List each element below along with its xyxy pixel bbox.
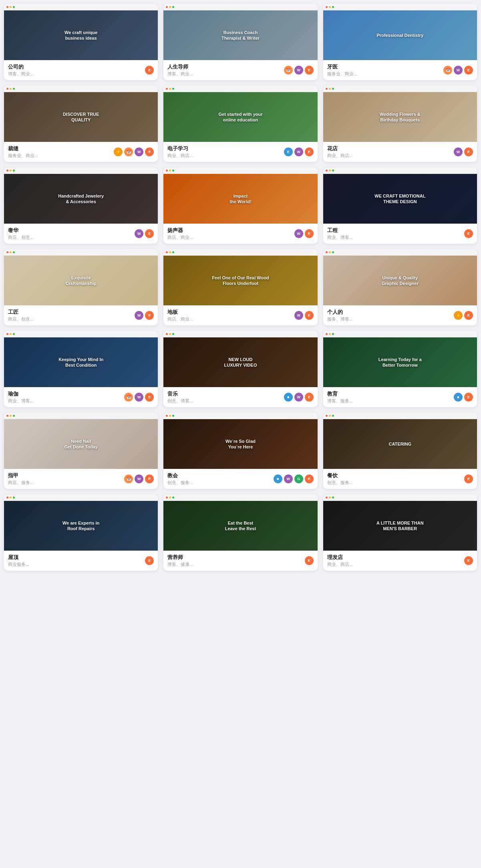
card-tailoring[interactable]: DISCOVER TRUEQUALITY 裁缝 服务业、商业... ⚡📅WE	[4, 86, 158, 162]
card-personal[interactable]: Unique & QualityGraphic Designer 个人的 服务、…	[323, 249, 477, 325]
badge-orange-E[interactable]: E	[145, 474, 154, 483]
badge-blue-sq[interactable]: ■	[284, 393, 293, 402]
badge-orange-E[interactable]: E	[145, 66, 154, 75]
badge-orange-E[interactable]: E	[464, 147, 473, 156]
badge-orange-E[interactable]: E	[464, 393, 473, 402]
card-badges: E	[305, 556, 314, 565]
badge-purple-woo[interactable]: W	[135, 474, 143, 483]
card-dentist[interactable]: Professional Dentistry 牙医 服务业、商业... 📅WE	[323, 4, 477, 80]
card-life-coach[interactable]: Business CoachTherapist & Writer 人生导师 博客…	[163, 4, 317, 80]
card-meta: 教会 创意、服务...	[167, 472, 193, 486]
badge-orange-E[interactable]: E	[464, 556, 473, 565]
card-flower[interactable]: Wedding Flowers &Birthday Bouquets 花店 商业…	[323, 86, 477, 162]
card-title: 教会	[167, 472, 193, 479]
badge-purple-woo[interactable]: W	[135, 229, 143, 238]
badge-yellow-bolt[interactable]: ⚡	[454, 311, 463, 320]
card-meta: 指甲 商店、服务...	[8, 472, 34, 486]
card-meta: 扬声器 商店、商业...	[167, 227, 193, 240]
dot-yellow	[169, 333, 171, 335]
card-speaker[interactable]: Impactthe World! 扬声器 商店、商业... WE	[163, 168, 317, 244]
badge-purple-woo[interactable]: W	[294, 147, 303, 156]
badge-orange-E[interactable]: E	[145, 147, 154, 156]
thumb-image: Eat the BestLeave the Rest	[163, 501, 317, 551]
card-engineering[interactable]: WE CRAFT EMOTIONALTHEME DESIGN 工程 商业、博客.…	[323, 168, 477, 244]
dot-green	[172, 415, 174, 417]
browser-chrome	[4, 4, 158, 10]
badge-purple-woo[interactable]: W	[294, 66, 303, 75]
badge-orange-E[interactable]: E	[145, 311, 154, 320]
card-elearning[interactable]: Get started with youronline education 电子…	[163, 86, 317, 162]
badge-purple-woo[interactable]: W	[454, 147, 463, 156]
card-music[interactable]: NEW LOUDLUXURY VIDEO 音乐 创意、博客... ■WE	[163, 331, 317, 407]
badge-green-G[interactable]: G	[294, 474, 303, 483]
card-badges: E	[464, 556, 473, 565]
badge-orange-E[interactable]: E	[305, 229, 314, 238]
card-roofing[interactable]: We are Experts inRoof Repairs 屋顶 商业服务...…	[4, 495, 158, 571]
card-thumbnail: Eat the BestLeave the Rest	[163, 495, 317, 551]
badge-purple-woo[interactable]: W	[135, 147, 143, 156]
badge-orange-E[interactable]: E	[305, 474, 314, 483]
badge-yellow-bolt[interactable]: ⚡	[114, 147, 123, 156]
card-title: 人生导师	[167, 63, 193, 71]
thumb-text: We are Experts inRoof Repairs	[62, 520, 99, 532]
badge-orange-cal[interactable]: 📅	[124, 474, 133, 483]
card-footer: 奢华 商店、创意... WE	[4, 224, 158, 244]
badge-blue-sq[interactable]: ■	[454, 393, 463, 402]
card-craftsman[interactable]: ExquisiteCraftsmanship 工匠 商店、创意... WE	[4, 249, 158, 325]
card-subtitle: 商业、商店...	[167, 153, 193, 159]
badge-purple-woo[interactable]: W	[284, 474, 293, 483]
badge-blue-sq[interactable]: ■	[274, 474, 282, 483]
card-thumbnail: We`re So GladYou`re Here	[163, 413, 317, 469]
badge-orange-E[interactable]: E	[145, 229, 154, 238]
badge-orange-E[interactable]: E	[305, 311, 314, 320]
badge-orange-E[interactable]: E	[305, 556, 314, 565]
card-company[interactable]: We craft uniquebusiness ideas 公司的 博客、商业.…	[4, 4, 158, 80]
card-subtitle: 创意、服务...	[327, 480, 353, 486]
badge-orange-E[interactable]: E	[305, 393, 314, 402]
card-nutritionist[interactable]: Eat the BestLeave the Rest 营养师 博客、健康... …	[163, 495, 317, 571]
badge-orange-E[interactable]: E	[145, 556, 154, 565]
card-catering[interactable]: CATERING 餐饮 创意、服务... E	[323, 413, 477, 489]
badge-purple-woo[interactable]: W	[135, 311, 143, 320]
badge-orange-cal[interactable]: 📅	[124, 147, 133, 156]
badge-orange-cal[interactable]: 📅	[124, 393, 133, 402]
card-badges: WE	[294, 229, 314, 238]
card-badges: ■WGE	[274, 474, 314, 483]
card-footer: 教会 创意、服务... ■WGE	[163, 469, 317, 489]
badge-purple-woo[interactable]: W	[294, 393, 303, 402]
card-education[interactable]: Learning Today for aBetter Tomorrow 教育 博…	[323, 331, 477, 407]
badge-purple-woo[interactable]: W	[294, 229, 303, 238]
card-thumbnail: We are Experts inRoof Repairs	[4, 495, 158, 551]
card-yoga[interactable]: Keeping Your Mind InBest Condition 瑜伽 商业…	[4, 331, 158, 407]
card-church[interactable]: We`re So GladYou`re Here 教会 创意、服务... ■WG…	[163, 413, 317, 489]
dot-green	[332, 333, 334, 335]
dot-green	[13, 6, 15, 8]
card-nail[interactable]: Need NailGet Done Today 指甲 商店、服务... 📅WE	[4, 413, 158, 489]
dot-red	[166, 170, 168, 172]
badge-orange-E[interactable]: E	[305, 66, 314, 75]
badge-orange-E[interactable]: E	[464, 66, 473, 75]
badge-orange-E[interactable]: E	[305, 147, 314, 156]
card-title: 理发店	[327, 554, 353, 561]
badge-orange-cal[interactable]: 📅	[284, 66, 293, 75]
card-thumbnail: Learning Today for aBetter Tomorrow	[323, 331, 477, 387]
dot-yellow	[329, 415, 331, 417]
browser-chrome	[4, 413, 158, 419]
badge-orange-E[interactable]: E	[464, 229, 473, 238]
badge-orange-E[interactable]: E	[464, 311, 473, 320]
dot-yellow	[329, 251, 331, 253]
card-luxury[interactable]: Handcrafted Jewelery& Accessories 奢华 商店、…	[4, 168, 158, 244]
badge-purple-woo[interactable]: W	[454, 66, 463, 75]
card-badges: 📅WE	[124, 474, 154, 483]
badge-orange-E[interactable]: E	[145, 393, 154, 402]
card-subtitle: 创意、服务...	[167, 480, 193, 486]
badge-purple-woo[interactable]: W	[135, 393, 143, 402]
badge-orange-cal[interactable]: 📅	[443, 66, 452, 75]
card-flooring[interactable]: Feel One of Our Real WoodFloors Underfoo…	[163, 249, 317, 325]
card-barber[interactable]: A LITTLE MORE THANMEN'S BARBER 理发店 商业、商店…	[323, 495, 477, 571]
thumb-image: Get started with youronline education	[163, 92, 317, 142]
badge-purple-woo[interactable]: W	[294, 311, 303, 320]
badge-blue-E[interactable]: E	[284, 147, 293, 156]
badge-orange-E[interactable]: E	[464, 474, 473, 483]
card-title: 扬声器	[167, 227, 193, 234]
